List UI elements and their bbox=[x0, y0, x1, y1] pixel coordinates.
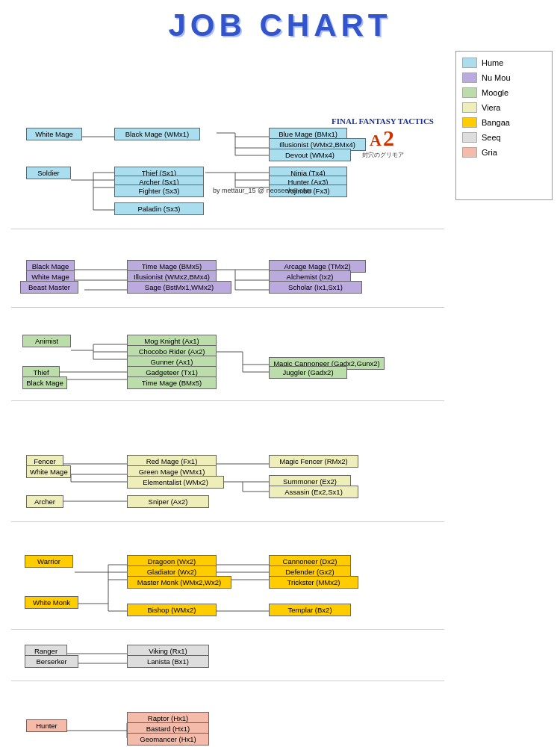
node-animist: Animist bbox=[22, 335, 71, 347]
node-white-monk: White Monk bbox=[25, 596, 78, 609]
node-soldier: Soldier bbox=[26, 167, 71, 179]
legend-label-nu-mou: Nu Mou bbox=[482, 73, 511, 82]
legend-item-hume: Hume bbox=[462, 58, 546, 68]
node-elementalist: Elementalist (WMx2) bbox=[127, 476, 224, 489]
legend-color-gria bbox=[462, 147, 477, 158]
legend-box: Hume Nu Mou Moogle Viera Bangaa Seeq Gri… bbox=[455, 51, 553, 200]
legend-color-nu-mou bbox=[462, 72, 477, 83]
node-sniper: Sniper (Ax2) bbox=[127, 495, 209, 508]
node-berserker: Berserker bbox=[25, 655, 78, 668]
legend-item-seeq: Seeq bbox=[462, 132, 546, 143]
fft-a2: A2 bbox=[310, 125, 455, 151]
fft-logo-sub: 封穴のグリモア bbox=[310, 151, 455, 159]
node-bishop: Bishop (WMx2) bbox=[127, 604, 217, 616]
node-beast-master: Beast Master bbox=[20, 281, 78, 294]
node-warrior: Warrior bbox=[25, 555, 73, 568]
node-lanista: Lanista (Bx1) bbox=[127, 655, 209, 668]
node-black-mage-3: Black Mage bbox=[22, 376, 67, 389]
node-paladin: Paladin (Sx3) bbox=[114, 202, 204, 215]
legend-color-seeq bbox=[462, 132, 477, 143]
legend-item-moogle: Moogle bbox=[462, 87, 546, 98]
node-scholar: Scholar (Ix1,Sx1) bbox=[269, 281, 362, 294]
legend-item-gria: Gria bbox=[462, 147, 546, 158]
legend-label-seeq: Seeq bbox=[482, 133, 501, 142]
legend-label-bangaa: Bangaa bbox=[482, 118, 510, 127]
node-white-mage-3: White Mage bbox=[26, 465, 71, 478]
legend-label-viera: Viera bbox=[482, 103, 500, 112]
legend-color-hume bbox=[462, 58, 477, 68]
chart-area: White Mage Black Mage (WMx1) Blue Mage (… bbox=[4, 47, 455, 200]
legend-item-bangaa: Bangaa bbox=[462, 117, 546, 128]
node-hunter-2: Hunter bbox=[26, 719, 67, 732]
node-time-mage-2: Time Mage (BMx5) bbox=[127, 376, 217, 389]
legend-label-gria: Gria bbox=[482, 148, 497, 157]
legend-color-bangaa bbox=[462, 117, 477, 128]
node-trickster: Trickster (MMx2) bbox=[269, 576, 358, 589]
node-archer-2: Archer bbox=[26, 495, 63, 508]
node-juggler: Juggler (Gadx2) bbox=[269, 366, 347, 379]
node-sage: Sage (BstMx1,WMx2) bbox=[127, 281, 231, 294]
node-geomancer: Geomancer (Hx1) bbox=[127, 733, 209, 746]
legend-color-viera bbox=[462, 102, 477, 113]
node-black-mage-1: Black Mage (WMx1) bbox=[114, 128, 200, 140]
page-title: JOB CHART bbox=[0, 0, 560, 47]
node-white-mage-1: White Mage bbox=[26, 128, 82, 140]
node-fighter: Fighter (Sx3) bbox=[114, 185, 204, 197]
node-assasin: Assasin (Ex2,Sx1) bbox=[269, 486, 358, 498]
legend-item-nu-mou: Nu Mou bbox=[462, 72, 546, 83]
node-master-monk: Master Monk (WMx2,Wx2) bbox=[127, 576, 231, 589]
fft-logo-text: FINAL FANTASY TACTICS bbox=[310, 117, 455, 125]
fft-logo: FINAL FANTASY TACTICS A2 封穴のグリモア bbox=[310, 117, 455, 159]
legend-color-moogle bbox=[462, 87, 477, 98]
node-templar: Templar (Bx2) bbox=[269, 604, 351, 616]
legend-label-hume: Hume bbox=[482, 58, 503, 67]
legend-item-viera: Viera bbox=[462, 102, 546, 113]
legend-label-moogle: Moogle bbox=[482, 88, 508, 97]
footer-text: by mettaur_15 @ neoseeker.com bbox=[213, 187, 448, 194]
node-magic-fencer: Magic Fencer (RMx2) bbox=[269, 455, 358, 468]
